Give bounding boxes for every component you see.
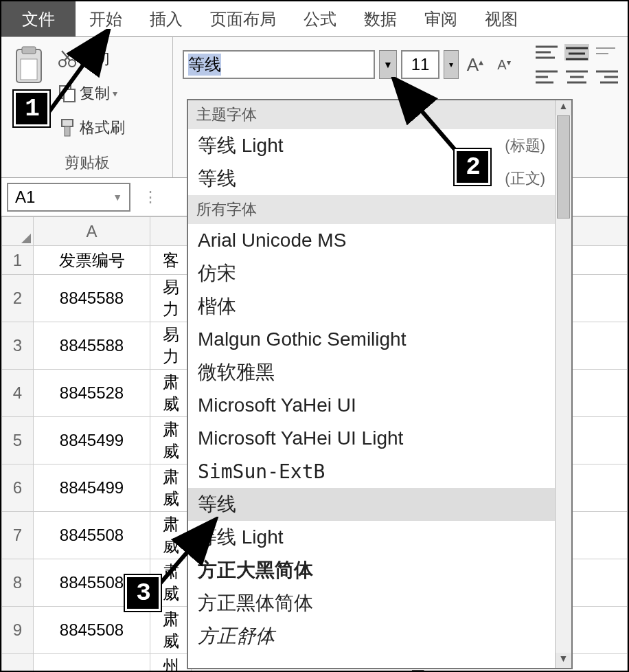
align-bottom-icon[interactable]	[595, 44, 619, 60]
font-item[interactable]: Arial Unicode MS	[188, 224, 555, 257]
font-item-name: 方正舒体	[198, 623, 275, 649]
row-header[interactable]: 10	[2, 654, 34, 673]
column-header-b[interactable]	[150, 217, 192, 246]
font-item-name: Malgun Gothic Semilight	[198, 328, 406, 350]
font-item[interactable]: 方正大黑简体	[188, 554, 555, 587]
font-item[interactable]: 等线 Light	[188, 521, 555, 554]
decrease-font-button[interactable]: A▾	[492, 57, 516, 73]
clipboard-icon	[11, 45, 47, 87]
cell[interactable]: 易力	[150, 275, 192, 322]
font-item[interactable]: Microsoft YaHei UI Light	[188, 422, 555, 455]
scroll-down-icon[interactable]: ▼	[556, 653, 571, 668]
cell[interactable]: 8845508	[34, 512, 150, 559]
cell[interactable]: 肃威	[150, 607, 192, 654]
font-item[interactable]: 方正黑体简体	[188, 587, 555, 620]
align-middle-icon[interactable]	[564, 44, 589, 60]
align-right-icon[interactable]	[595, 69, 619, 85]
font-size-dropdown-button[interactable]: ▾	[444, 50, 459, 79]
align-top-icon[interactable]	[534, 44, 559, 60]
scroll-thumb[interactable]	[557, 115, 570, 219]
font-size-value: 11	[411, 55, 430, 74]
font-item[interactable]: Malgun Gothic Semilight	[188, 323, 555, 356]
row-header[interactable]: 3	[2, 322, 34, 370]
tab-layout[interactable]: 页面布局	[196, 1, 290, 36]
svg-rect-9	[62, 120, 73, 126]
column-header-a[interactable]: A	[34, 217, 150, 246]
cell[interactable]: 肃威	[150, 464, 192, 512]
font-item-hint: (标题)	[505, 135, 545, 156]
cell[interactable]: 8845588	[34, 322, 150, 370]
svg-rect-1	[22, 47, 36, 54]
scroll-up-icon[interactable]: ▲	[556, 100, 571, 115]
row-header[interactable]: 4	[2, 370, 34, 417]
font-section-all: 所有字体	[188, 195, 555, 224]
svg-rect-2	[21, 59, 37, 80]
row-header[interactable]: 6	[2, 464, 34, 512]
tab-data[interactable]: 数据	[350, 1, 411, 36]
font-dropdown-panel: 主题字体 等线 Light (标题) 等线 (正文) 所有字体 Arial Un…	[187, 99, 573, 669]
clipboard-group-label: 剪贴板	[4, 151, 170, 176]
name-box[interactable]: A1 ▼	[7, 183, 130, 212]
font-item-name: 等线 Light	[198, 133, 284, 159]
callout-badge-1: 1	[14, 91, 49, 126]
font-item[interactable]: 方正舒体	[188, 620, 555, 653]
font-name-dropdown-button[interactable]: ▼	[379, 50, 397, 79]
cell[interactable]: 易力	[150, 322, 192, 370]
select-all-corner[interactable]	[2, 217, 34, 246]
font-item[interactable]: 微软雅黑	[188, 356, 555, 389]
cell[interactable]: 肃威	[150, 417, 192, 464]
paintbrush-icon	[58, 118, 77, 137]
tab-insert[interactable]: 插入	[136, 1, 196, 36]
font-item-name: Microsoft YaHei UI Light	[198, 427, 403, 449]
svg-line-29	[49, 36, 104, 111]
cell[interactable]: 肃威	[150, 370, 192, 417]
font-item[interactable]: 仿宋	[188, 257, 555, 290]
row-header[interactable]: 2	[2, 275, 34, 322]
formula-bar-separator: ⋮	[143, 188, 158, 206]
row-header[interactable]: 9	[2, 607, 34, 654]
cell[interactable]: 8845508	[34, 607, 150, 654]
row-header[interactable]: 1	[2, 246, 34, 275]
font-size-combo[interactable]: 11	[401, 50, 439, 79]
font-item[interactable]: 楷体	[188, 290, 555, 323]
increase-font-button[interactable]: A▴	[463, 54, 488, 76]
font-item-name: 仿宋	[198, 260, 236, 287]
font-name-combo[interactable]: 等线	[183, 50, 375, 79]
row-header[interactable]: 5	[2, 417, 34, 464]
tab-formulas[interactable]: 公式	[290, 1, 350, 36]
decrease-font-arrow-icon: ▾	[507, 58, 511, 67]
align-left-icon[interactable]	[534, 69, 559, 85]
font-item-hovered[interactable]: 等线	[188, 488, 555, 521]
font-item-name: SimSun-ExtB	[198, 460, 325, 483]
font-item-name: 楷体	[198, 293, 236, 320]
cell[interactable]: 州新	[150, 654, 192, 673]
tab-view[interactable]: 视图	[471, 1, 531, 36]
font-item-name: Microsoft YaHei UI	[198, 394, 356, 416]
callout-badge-2: 2	[455, 149, 490, 185]
font-item-name: 微软雅黑	[198, 359, 275, 385]
font-dropdown-scrollbar[interactable]: ▲ ▼	[555, 100, 571, 668]
cell[interactable]: 发票编号	[34, 246, 150, 275]
row-header[interactable]: 8	[2, 559, 34, 607]
callout-badge-3: 3	[125, 575, 161, 611]
chevron-down-icon: ▼	[383, 59, 393, 70]
cell[interactable]: 8845499	[34, 417, 150, 464]
tab-review[interactable]: 审阅	[411, 1, 471, 36]
cell[interactable]: 8845499	[34, 464, 150, 512]
increase-font-arrow-icon: ▴	[479, 56, 483, 67]
align-center-icon[interactable]	[564, 69, 589, 85]
cell[interactable]: 8845588	[34, 275, 150, 322]
chevron-down-icon[interactable]: ▼	[113, 192, 122, 203]
row-header[interactable]: 7	[2, 512, 34, 559]
font-item-name: Arial Unicode MS	[198, 229, 346, 251]
font-name-value: 等线	[188, 54, 221, 76]
cell[interactable]: 客	[150, 246, 192, 275]
svg-line-33	[152, 525, 211, 592]
cell[interactable]: 8845583	[34, 654, 150, 673]
font-item[interactable]: Microsoft YaHei UI	[188, 389, 555, 422]
alignment-cluster	[534, 44, 619, 85]
font-item-hint: (正文)	[505, 168, 545, 189]
font-item[interactable]: SimSun-ExtB	[188, 455, 555, 488]
font-item-name: 等线	[198, 166, 236, 192]
cell[interactable]: 8845528	[34, 370, 150, 417]
